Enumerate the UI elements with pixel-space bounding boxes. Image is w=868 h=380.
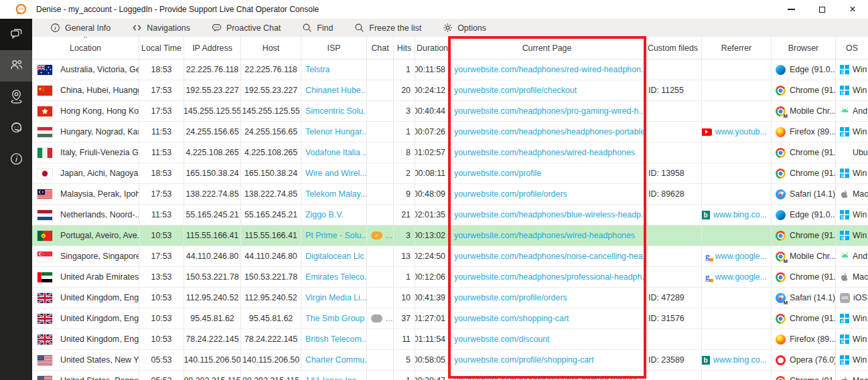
current-page-link[interactable]: yourwebsite.com/profile/shopping-cart: [454, 355, 594, 365]
cell-duration: 01:11:54: [415, 329, 450, 349]
visitor-row[interactable]: Japan, Aichi, Nagoya, ...18:53165.150.38…: [32, 163, 868, 184]
visitor-row[interactable]: Hong Kong, Hong Ko...17:53145.255.125.55…: [32, 101, 868, 122]
column-header-location[interactable]: ^Location: [32, 37, 139, 59]
sidebar-item-geo-location[interactable]: [0, 82, 32, 113]
current-page-link[interactable]: yourwebsite.com/headphones/noise-cancell…: [454, 252, 644, 261]
column-header-isp[interactable]: ISP: [301, 37, 367, 59]
flag-sg-icon: [38, 252, 52, 262]
current-page-link[interactable]: yourwebsite.com/shopping-cart: [454, 314, 569, 323]
isp-link[interactable]: Telekom Malay...: [305, 189, 367, 199]
current-page-link[interactable]: yourwebsite.com/profile/checkout: [454, 86, 577, 95]
column-header-hits[interactable]: Hits: [394, 37, 415, 59]
sidebar-item-visitors[interactable]: [0, 50, 32, 82]
column-header-ip-address[interactable]: IP Address: [184, 37, 241, 59]
column-header-host[interactable]: Host: [241, 37, 301, 59]
current-page-link[interactable]: yourwebsite.com/headphones/pro-gaming-wi…: [454, 106, 644, 116]
isp-link[interactable]: Pt Prime - Solu...: [305, 231, 367, 240]
column-header-referrer[interactable]: Referrer: [702, 37, 772, 59]
cell-isp: Telekom Malay...: [301, 184, 367, 204]
toolbar-button-general-info[interactable]: General Info: [50, 23, 111, 33]
current-page-link[interactable]: yourwebsite.com/headphones/headphones-po…: [454, 127, 644, 136]
visitor-row[interactable]: United Kingdom, Engl...10:5378.24.222.14…: [32, 329, 868, 350]
current-page-link[interactable]: yourwebsite.com/headphones/blue-wireless…: [454, 210, 644, 219]
toolbar-button-navigations[interactable]: Navigations: [132, 23, 190, 33]
referrer-link[interactable]: www.google...: [715, 252, 767, 261]
column-header-os[interactable]: OS: [836, 37, 868, 59]
toolbar-button-proactive-chat[interactable]: Proactive Chat: [212, 23, 281, 33]
current-page-link[interactable]: yourwebsite.com/headphones/pro-gaming-wi…: [454, 376, 644, 380]
isp-link[interactable]: Charter Commu...: [305, 355, 367, 365]
isp-link[interactable]: Ziggo B.V.: [305, 210, 344, 219]
current-page-link[interactable]: yourwebsite.com/headphones/wired-headpho…: [454, 148, 635, 157]
toolbar-button-freeze-the-list[interactable]: Freeze the list: [354, 23, 421, 33]
minimize-button[interactable]: [776, 0, 806, 19]
isp-link[interactable]: Digitalocean Llc: [305, 252, 364, 261]
current-page-link[interactable]: yourwebsite.com/headphones/red-wired-hea…: [454, 65, 644, 74]
ip-text: 78.24.222.145: [186, 335, 238, 344]
cell-isp: Digitalocean Llc: [301, 246, 367, 266]
flag-ae-icon: [38, 272, 52, 282]
chrome-icon: [776, 272, 786, 282]
visitor-row[interactable]: United Arab Emirates...13:53150.53.221.7…: [32, 267, 868, 288]
current-page-link[interactable]: yourwebsite.com/profile: [454, 169, 541, 178]
sidebar-item-info[interactable]: [0, 145, 32, 176]
current-page-link[interactable]: yourwebsite.com/profile/orders: [454, 189, 567, 199]
referrer-link[interactable]: www.bing.co...: [713, 210, 767, 219]
cell-hits: 37: [394, 308, 415, 328]
visitor-row[interactable]: Hungary, Nograd, Kar...11:5324.255.156.6…: [32, 122, 868, 142]
visitor-row[interactable]: Netherlands, Noord-...11:5355.165.245.21…: [32, 205, 868, 225]
mobile-chrome-icon: M: [776, 106, 786, 116]
current-page-link[interactable]: yourwebsite.com/profile/orders: [454, 293, 567, 302]
isp-link[interactable]: Telenor Hungar...: [305, 127, 367, 136]
visitor-row[interactable]: Italy, Friuli-Venezia Gi...11:534.225.10…: [32, 142, 868, 163]
sidebar-item-chats[interactable]: [0, 19, 32, 50]
visitor-row[interactable]: United States, New Yo...05:53140.115.206…: [32, 350, 868, 371]
cell-duration: 00:11:58: [415, 60, 450, 80]
column-header-custom-fileds[interactable]: Custom fileds: [644, 37, 702, 59]
cell-hits: 1: [394, 371, 415, 380]
visitor-row[interactable]: United States, Pennsy...05:5388.202.215.…: [32, 371, 868, 380]
referrer-link[interactable]: www.bing.co...: [713, 355, 767, 365]
cell-referrer: [702, 225, 772, 246]
isp-link[interactable]: The Smb Group: [305, 314, 364, 323]
visitor-row[interactable]: United Kingdom, Engl...10:5395.45.81.629…: [32, 308, 868, 329]
toolbar-button-options[interactable]: Options: [443, 23, 486, 33]
column-header-current-page[interactable]: Current Page: [450, 37, 644, 59]
column-header-duration[interactable]: Duration: [415, 37, 450, 59]
visitor-row[interactable]: Australia, Victoria, Ge...18:5322.225.76…: [32, 60, 868, 80]
os-text: And: [853, 106, 867, 116]
isp-link[interactable]: Emirates Teleco...: [305, 272, 367, 282]
cell-host: 138.222.74.85: [241, 184, 301, 204]
cell-ip-address: 88.202.215.115: [184, 371, 241, 380]
current-page-link[interactable]: yourwebsite.com/headphones/professional-…: [454, 272, 644, 282]
current-page-link[interactable]: yourwebsite.com/discount: [454, 335, 550, 344]
current-page-link[interactable]: yourwebsite.com/headphones/wired-headpho…: [454, 231, 635, 240]
isp-link[interactable]: Chinanet Hube...: [305, 86, 367, 95]
isp-link[interactable]: 1&1 Ionos Inc.: [305, 376, 358, 380]
toolbar-button-find[interactable]: Find: [302, 23, 333, 33]
visitor-row[interactable]: United Kingdom, Engl...10:53112.95.240.5…: [32, 288, 868, 308]
column-header-browser[interactable]: Browser: [772, 37, 836, 59]
chat-answered-icon: [371, 231, 382, 240]
isp-link[interactable]: Virgin Media Li...: [305, 293, 367, 302]
isp-link[interactable]: Telstra: [305, 65, 330, 74]
column-header-chat[interactable]: Chat: [367, 37, 394, 59]
referrer-link[interactable]: www.youtub...: [715, 127, 767, 136]
isp-link[interactable]: Wire and Wirel...: [305, 169, 367, 178]
visitor-row[interactable]: Portugal, Aveiro, Ave...10:53115.55.166.…: [32, 225, 868, 246]
isp-link[interactable]: Simcentric Solu...: [305, 106, 367, 116]
cell-location: United Kingdom, Engl...: [32, 288, 139, 308]
referrer-link[interactable]: www.google...: [715, 272, 767, 282]
close-button[interactable]: ×: [837, 0, 868, 19]
cell-location: Netherlands, Noord-...: [32, 205, 139, 225]
visitor-row[interactable]: China, Hubei, Huangg...17:53192.55.23.22…: [32, 80, 868, 101]
maximize-button[interactable]: [806, 0, 837, 19]
isp-link[interactable]: British Telecom...: [305, 335, 367, 344]
visitor-row[interactable]: Singapore, Singapore...17:5344.110.246.8…: [32, 246, 868, 267]
isp-link[interactable]: Vodafone Italia ...: [305, 148, 367, 157]
column-header-local-time[interactable]: Local Time: [139, 37, 184, 59]
visitor-row[interactable]: Malaysia, Perak, Ipoh, ...17:53138.222.7…: [32, 184, 868, 205]
cell-chat: [367, 163, 394, 183]
sidebar-item-operator-support[interactable]: [0, 113, 32, 145]
ip-text: 112.95.240.52: [186, 293, 238, 302]
